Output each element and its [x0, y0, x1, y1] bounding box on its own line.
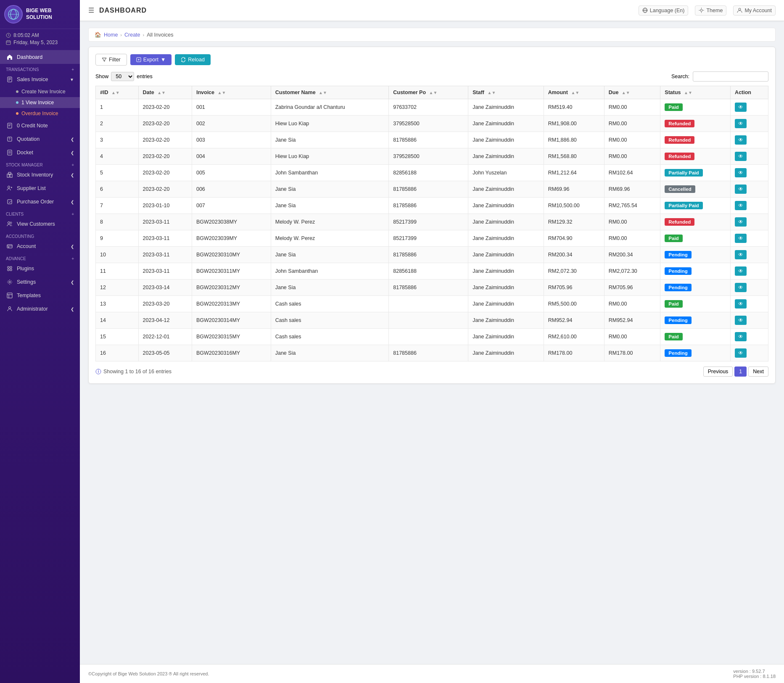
- sidebar-item-docket[interactable]: Docket ❮: [0, 146, 80, 159]
- col-due[interactable]: Due ▲▼: [604, 86, 660, 99]
- view-button[interactable]: 👁: [735, 266, 747, 276]
- cell-staff: Jane Zaiminuddin: [468, 312, 544, 329]
- cell-action: 👁: [731, 296, 768, 312]
- php-version-text: PHP version : 8.1.18: [733, 674, 776, 679]
- previous-page-button[interactable]: Previous: [703, 367, 733, 377]
- col-status[interactable]: Status ▲▼: [660, 86, 731, 99]
- plugin-icon: [6, 265, 13, 272]
- export-dropdown-icon: ▼: [161, 57, 166, 63]
- export-button[interactable]: Export ▼: [130, 54, 172, 65]
- view-button[interactable]: 👁: [735, 185, 747, 194]
- cell-invoice: BGW20220313MY: [192, 296, 271, 312]
- svg-rect-38: [7, 293, 12, 298]
- cell-customer-po: 82856188: [389, 165, 468, 181]
- table-controls: Show 10 25 50 100 entries Search:: [95, 71, 768, 82]
- col-amount[interactable]: Amount ▲▼: [544, 86, 604, 99]
- sidebar-item-settings[interactable]: Settings ❮: [0, 275, 80, 289]
- col-staff[interactable]: Staff ▲▼: [468, 86, 544, 99]
- sidebar-item-account[interactable]: Account ❮: [0, 240, 80, 253]
- view-button[interactable]: 👁: [735, 168, 747, 177]
- cell-customer-po: [389, 329, 468, 345]
- sidebar-item-view-customers[interactable]: View Customers: [0, 217, 80, 231]
- svg-point-50: [739, 8, 741, 11]
- next-page-button[interactable]: Next: [748, 367, 768, 377]
- page-number-button[interactable]: 1: [734, 367, 747, 377]
- col-customer-name[interactable]: Customer Name ▲▼: [271, 86, 389, 99]
- view-button[interactable]: 👁: [735, 234, 747, 243]
- view-button[interactable]: 👁: [735, 283, 747, 292]
- per-page-select[interactable]: 10 25 50 100: [111, 72, 134, 81]
- col-invoice[interactable]: Invoice ▲▼: [192, 86, 271, 99]
- cell-invoice: BGW20230314MY: [192, 312, 271, 329]
- view-button[interactable]: 👁: [735, 299, 747, 309]
- col-date[interactable]: Date ▲▼: [138, 86, 192, 99]
- view-button[interactable]: 👁: [735, 217, 747, 227]
- cell-staff: Jane Zaiminuddin: [468, 214, 544, 230]
- sidebar-item-templates[interactable]: Templates: [0, 289, 80, 302]
- view-button[interactable]: 👁: [735, 316, 747, 325]
- cell-staff: John Yuszelan: [468, 165, 544, 181]
- col-customer-po[interactable]: Customer Po ▲▼: [389, 86, 468, 99]
- svg-rect-18: [8, 150, 12, 155]
- cell-amount: RM129.32: [544, 214, 604, 230]
- cell-amount: RM952.94: [544, 312, 604, 329]
- sidebar-item-administrator[interactable]: Administrator ❮: [0, 302, 80, 316]
- cell-date: 2023-03-11: [138, 214, 192, 230]
- cell-id: 14: [96, 312, 139, 329]
- cell-staff: Jane Zaiminuddin: [468, 263, 544, 280]
- sidebar-item-sales-invoice[interactable]: Sales Invoice ▼: [0, 73, 80, 86]
- view-button[interactable]: 👁: [735, 103, 747, 112]
- status-badge: Refunded: [665, 120, 694, 127]
- sub-dot-icon: [16, 90, 18, 93]
- breadcrumb-sep1: ›: [120, 32, 122, 37]
- sidebar-item-supplier-list[interactable]: Supplier List: [0, 182, 80, 195]
- cell-amount: RM1,908.00: [544, 116, 604, 132]
- view-button[interactable]: 👁: [735, 332, 747, 341]
- view-button[interactable]: 👁: [735, 152, 747, 161]
- sidebar-item-create-new-invoice[interactable]: Create New Invoice: [0, 86, 80, 97]
- breadcrumb-create[interactable]: Create: [124, 32, 140, 38]
- sidebar-item-stock-inventory[interactable]: Stock Inventory ❮: [0, 168, 80, 182]
- reload-button[interactable]: Reload: [175, 54, 211, 65]
- view-button[interactable]: 👁: [735, 135, 747, 145]
- cell-action: 👁: [731, 165, 768, 181]
- view-button[interactable]: 👁: [735, 201, 747, 210]
- cell-invoice: 002: [192, 116, 271, 132]
- sidebar-item-dashboard[interactable]: Dashboard: [0, 50, 80, 64]
- breadcrumb-home[interactable]: Home: [104, 32, 118, 38]
- status-badge: Partially Paid: [665, 202, 702, 209]
- filter-button[interactable]: Filter: [95, 54, 127, 66]
- language-button[interactable]: Language (En): [639, 5, 689, 16]
- cell-customer-po: 85217399: [389, 214, 468, 230]
- status-badge: Pending: [665, 349, 691, 357]
- sidebar-item-purchase-order[interactable]: Purchase Order ❮: [0, 195, 80, 208]
- sidebar-item-quotation[interactable]: Quotation ❮: [0, 132, 80, 146]
- cell-invoice: 005: [192, 165, 271, 181]
- table-wrapper: #ID ▲▼ Date ▲▼ Invoice ▲▼ Customer Name …: [95, 86, 768, 361]
- menu-toggle-icon[interactable]: ☰: [88, 6, 94, 14]
- cell-due: RM0.00: [604, 132, 660, 148]
- sidebar-item-view-invoice[interactable]: 1 View Invoice: [0, 97, 80, 108]
- cell-staff: Jane Zaiminuddin: [468, 116, 544, 132]
- svg-point-37: [9, 281, 11, 283]
- view-button[interactable]: 👁: [735, 119, 747, 128]
- sidebar-item-overdue-invoice[interactable]: Overdue Invoice: [0, 108, 80, 119]
- sidebar: BIGE WEB SOLUTION 8:05:02 AM Friday, May…: [0, 0, 80, 683]
- cell-action: 👁: [731, 198, 768, 214]
- cell-customer-name: Jane Sia: [271, 280, 389, 296]
- sidebar-item-plugins[interactable]: Plugins: [0, 262, 80, 275]
- cell-due: RM200.34: [604, 247, 660, 263]
- view-button[interactable]: 👁: [735, 348, 747, 358]
- cell-date: 2023-04-12: [138, 312, 192, 329]
- col-id[interactable]: #ID ▲▼: [96, 86, 139, 99]
- search-input[interactable]: [693, 71, 768, 82]
- my-account-button[interactable]: My Account: [733, 5, 776, 16]
- sidebar-item-credit-note[interactable]: 0 Credit Note: [0, 119, 80, 132]
- theme-button[interactable]: Theme: [695, 5, 726, 16]
- cell-customer-po: 81785886: [389, 280, 468, 296]
- cell-date: 2022-12-01: [138, 329, 192, 345]
- svg-rect-36: [10, 269, 12, 271]
- cell-due: RM0.00: [604, 296, 660, 312]
- search-label: Search:: [671, 74, 689, 79]
- view-button[interactable]: 👁: [735, 250, 747, 259]
